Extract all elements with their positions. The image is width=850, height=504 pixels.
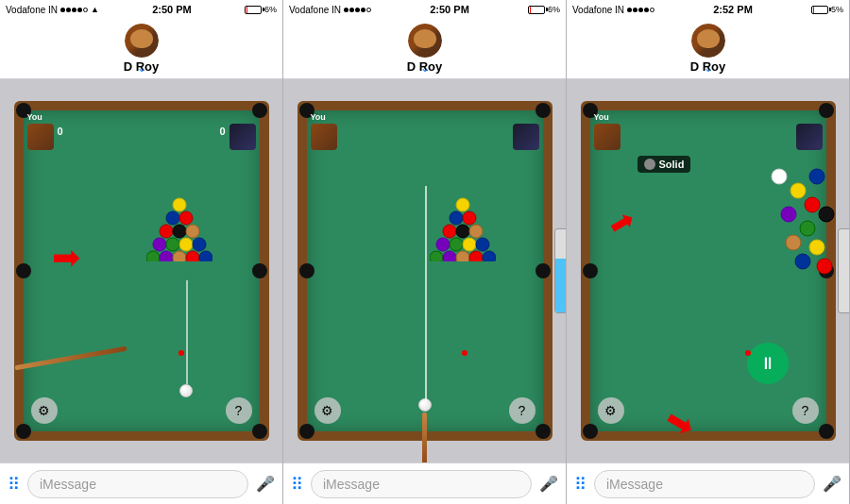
status-right-3: 5% [811,5,843,14]
carrier-3: Vodafone IN [572,5,624,15]
battery-pct-2: 6% [548,5,560,14]
svg-point-12 [173,251,186,261]
svg-point-38 [809,240,824,255]
chevron-3[interactable]: ⌄ [704,61,713,75]
power-bar-3 [838,228,850,313]
dots-icon-1[interactable]: ⠿ [8,474,20,495]
svg-point-0 [173,198,186,211]
avatar-img-3 [691,24,725,58]
e1 [627,8,632,12]
panel-2: Vodafone IN 2:50 PM 6% D Roy ⌄ [283,0,567,504]
pocket-tr-1 [252,103,267,118]
svg-point-9 [193,238,206,251]
arrow-top-3: ➡ [602,201,641,244]
pool-table-3[interactable]: You Solid [581,101,836,441]
pause-btn-3[interactable]: ⏸ [747,343,789,384]
avatar-face-1 [130,29,153,48]
message-placeholder-2: iMessage [323,477,380,492]
svg-point-31 [790,183,806,198]
ball-rack-2 [430,195,496,265]
chevron-2[interactable]: ⌄ [420,61,430,75]
panel-1: Vodafone IN ▲ 2:50 PM 6% D Roy ⌄ [0,0,283,504]
cue-stick-1 [14,346,127,371]
svg-point-16 [450,211,463,225]
signal-1 [60,8,88,12]
d2 [349,8,354,12]
signal-2 [344,8,371,12]
settings-btn-3[interactable]: ⚙ [598,397,624,424]
settings-btn-2[interactable]: ⚙ [314,397,341,424]
cue-ball-1 [179,384,193,397]
mic-icon-1[interactable]: 🎤 [256,475,275,493]
avatar-2[interactable] [408,24,442,58]
help-btn-3[interactable]: ? [792,397,819,424]
score-you-1: 0 [58,126,63,137]
svg-point-14 [199,251,212,261]
ball-rack-1 [146,195,212,265]
help-btn-1[interactable]: ? [226,397,252,424]
pool-table-1[interactable]: You 0 0 [14,101,269,441]
arrow-1: ➡ [52,238,80,277]
message-input-1[interactable]: iMessage [27,470,248,498]
avatar-3[interactable] [691,24,725,58]
svg-point-20 [469,225,483,238]
d3 [355,8,360,12]
game-area-1: You 0 0 [0,79,282,462]
e4 [644,8,649,12]
message-placeholder-1: iMessage [40,477,96,492]
status-left-2: Vodafone IN [289,5,371,15]
status-bar-1: Vodafone IN ▲ 2:50 PM 6% [0,0,282,19]
red-dot-3 [745,350,751,356]
pocket-bl-3 [583,424,598,439]
mic-icon-2[interactable]: 🎤 [539,475,558,493]
power-bar-2 [554,228,567,313]
status-left-3: Vodafone IN [572,5,654,15]
wifi-1: ▲ [91,5,99,14]
status-bar-3: Vodafone IN 2:52 PM 5% [567,0,849,19]
svg-point-29 [483,251,496,261]
ball-cluster-svg-1 [146,195,212,261]
you-avatar-1 [27,124,54,150]
svg-point-34 [781,207,796,222]
you-label-3: You [594,112,609,122]
e5 [650,8,654,12]
message-input-2[interactable]: iMessage [311,470,532,498]
game-area-3: You Solid [567,79,849,462]
pocket-bl-2 [299,424,314,439]
battery-fill-2 [530,7,531,13]
svg-point-4 [173,225,186,238]
svg-point-1 [166,211,179,225]
d5 [366,8,371,12]
chevron-1[interactable]: ⌄ [137,61,146,75]
game-area-2: You [283,79,566,462]
solid-circle-3 [644,159,655,170]
dots-icon-2[interactable]: ⠿ [291,474,303,495]
solid-label-3: Solid [659,159,685,170]
mic-icon-3[interactable]: 🎤 [823,475,842,493]
message-input-3[interactable]: iMessage [594,470,815,498]
settings-btn-1[interactable]: ⚙ [31,397,58,424]
svg-point-36 [819,207,834,222]
pocket-mr-2 [536,263,551,278]
pocket-br-1 [252,424,267,439]
svg-point-21 [436,238,450,251]
help-btn-2[interactable]: ? [509,397,536,424]
signal-3 [627,8,654,12]
svg-point-25 [430,251,443,261]
svg-point-27 [456,251,469,261]
battery-pct-3: 5% [831,5,843,14]
opp-avatar-2 [513,124,539,150]
pocket-ml-2 [299,263,314,278]
battery-2 [528,6,545,14]
pool-table-2[interactable]: You [298,101,552,441]
svg-point-33 [805,197,820,212]
bottom-bar-2: ⠿ iMessage 🎤 [283,462,566,504]
carrier-2: Vodafone IN [289,5,341,15]
you-label-2: You [311,112,326,122]
avatar-1[interactable] [125,24,159,58]
dots-icon-3[interactable]: ⠿ [574,474,586,495]
bottom-bar-3: ⠿ iMessage 🎤 [567,462,849,504]
svg-point-8 [179,238,193,251]
opp-avatar-3 [796,124,823,150]
battery-fill-3 [813,7,814,13]
